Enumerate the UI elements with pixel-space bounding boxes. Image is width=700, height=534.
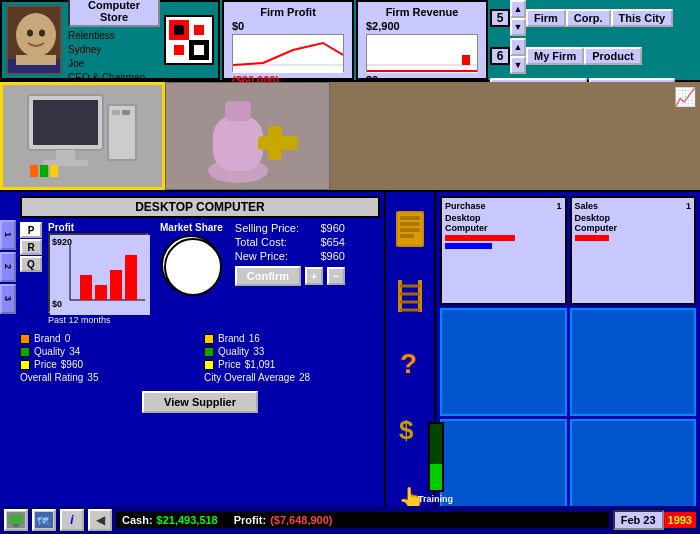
svg-rect-5 — [16, 55, 56, 65]
product-area: 📈 — [0, 82, 700, 192]
cash-value: $21,493,518 — [157, 514, 218, 526]
year-text: 1993 — [664, 512, 696, 528]
row5-up-arrow[interactable]: ▲ — [510, 0, 526, 18]
firm-info: Computer Store Relentless Sydney Joe CEO… — [0, 0, 220, 80]
grid-cell-4[interactable] — [570, 308, 697, 417]
purchase-bar2 — [445, 243, 492, 249]
svg-rect-31 — [213, 116, 263, 171]
price-minus-btn[interactable]: − — [327, 267, 345, 285]
brand-city-value: 16 — [249, 333, 260, 344]
city-avg-value: 28 — [299, 372, 310, 383]
price-color-box — [20, 360, 30, 370]
tab-q[interactable]: Q — [20, 256, 42, 272]
svg-rect-39 — [95, 285, 107, 300]
svg-rect-16 — [367, 35, 477, 73]
firm-details: Relentless Sydney Joe CEO & Chairman — [68, 29, 160, 85]
training-bar-container — [428, 422, 444, 492]
price-city-row: Price $1,091 — [204, 359, 380, 370]
status-icon-1[interactable] — [4, 509, 28, 531]
price-info: Selling Price: $960 Total Cost: $654 New… — [235, 222, 345, 286]
sales-product1: Desktop — [575, 213, 692, 223]
date-display: Feb 23 1993 — [613, 510, 696, 530]
purchase-cell[interactable]: Purchase 1 Desktop Computer — [440, 196, 567, 305]
svg-rect-14 — [233, 35, 343, 73]
product-slot-1[interactable] — [0, 82, 165, 190]
grid-cell-3[interactable] — [440, 308, 567, 417]
row5-down-arrow[interactable]: ▼ — [510, 18, 526, 36]
side-tab-3[interactable]: 3 — [0, 284, 16, 314]
product-slot-4[interactable] — [495, 82, 660, 190]
quality-my-label: Quality — [34, 346, 65, 357]
svg-rect-48 — [400, 234, 414, 238]
sales-cell[interactable]: Sales 1 Desktop Computer — [570, 196, 697, 305]
purchase-bar — [445, 235, 515, 241]
tab-p[interactable]: P — [20, 222, 42, 238]
side-tab-2[interactable]: 2 — [0, 252, 16, 282]
revenue-graph — [366, 34, 478, 72]
firm-profit-box: Firm Profit $0 ($60,000) Past 12 months — [222, 0, 354, 80]
side-tab-1[interactable]: 1 — [0, 220, 16, 250]
profit-graph — [232, 34, 344, 72]
btn-product[interactable]: Product — [584, 47, 642, 65]
btn-this-city[interactable]: This City — [611, 9, 673, 27]
row5-num: 5 — [490, 9, 510, 27]
new-price-label: New Price: — [235, 250, 288, 262]
svg-rect-38 — [80, 275, 92, 300]
btn-corp[interactable]: Corp. — [566, 9, 611, 27]
date-text: Feb 23 — [613, 510, 664, 530]
price-city-color-box — [204, 360, 214, 370]
svg-rect-29 — [50, 165, 58, 177]
question-icon[interactable]: ? — [392, 344, 428, 380]
purchase-icon[interactable] — [392, 211, 428, 247]
selling-price-label: Selling Price: — [235, 222, 299, 234]
brand-my-value: 0 — [65, 333, 71, 344]
svg-text:$: $ — [399, 415, 414, 443]
status-bar: 🗺 i ◀ Cash: $21,493,518 Profit: ($7,648,… — [0, 506, 700, 534]
profit-label: Profit — [48, 222, 148, 233]
svg-point-42 — [165, 239, 221, 295]
svg-rect-21 — [33, 100, 98, 145]
quality-color-box — [20, 347, 30, 357]
side-tabs: 1 2 3 — [0, 220, 16, 314]
cash-display: Cash: $21,493,518 Profit: ($7,648,900) — [116, 512, 609, 528]
purchase-product2: Computer — [445, 223, 562, 233]
sales-label: Sales — [575, 201, 599, 211]
svg-point-3 — [39, 30, 45, 37]
row6-up-arrow[interactable]: ▲ — [510, 38, 526, 56]
profit-low: $0 — [52, 299, 62, 309]
btn-firm[interactable]: Firm — [526, 9, 566, 27]
product-slot-3[interactable] — [330, 82, 495, 190]
svg-rect-22 — [56, 150, 75, 160]
quality-city-value: 33 — [253, 346, 264, 357]
market-share-label: Market Share — [160, 222, 223, 233]
brand-my-label: Brand — [34, 333, 61, 344]
new-price-row: New Price: $960 — [235, 250, 345, 262]
svg-rect-34 — [268, 126, 282, 160]
purchase-label: Purchase — [445, 201, 486, 211]
market-share-section: Market Share — [160, 222, 223, 295]
cash-label: Cash: — [122, 514, 153, 526]
price-my-row: Price $960 — [20, 359, 196, 370]
overall-rating-label: Overall Rating — [20, 372, 83, 383]
view-supplier-button[interactable]: View Supplier — [142, 391, 258, 413]
status-icon-map[interactable]: 🗺 — [32, 509, 56, 531]
confirm-button[interactable]: Confirm — [235, 266, 301, 286]
svg-rect-25 — [112, 110, 120, 115]
price-plus-btn[interactable]: + — [305, 267, 323, 285]
right-grid: Purchase 1 Desktop Computer Sales 1 Desk… — [436, 192, 700, 532]
status-icon-info[interactable]: i — [60, 509, 84, 531]
price-city-value: $1,091 — [245, 359, 276, 370]
training-bar-fill — [430, 464, 442, 490]
product-slot-2[interactable] — [165, 82, 330, 190]
sales-cell-header: Sales 1 — [575, 201, 692, 211]
tab-r[interactable]: R — [20, 239, 42, 255]
btn-my-firm[interactable]: My Firm — [526, 47, 584, 65]
ladder-icon[interactable] — [392, 278, 428, 314]
row6-down-arrow[interactable]: ▼ — [510, 56, 526, 74]
row5-buttons: 5 ▲ ▼ Firm Corp. This City — [490, 0, 675, 36]
svg-rect-45 — [400, 216, 420, 220]
total-cost-row: Total Cost: $654 — [235, 236, 345, 248]
prq-tabs: P R Q — [20, 222, 42, 272]
status-icon-back[interactable]: ◀ — [88, 509, 112, 531]
svg-rect-12 — [174, 45, 184, 55]
